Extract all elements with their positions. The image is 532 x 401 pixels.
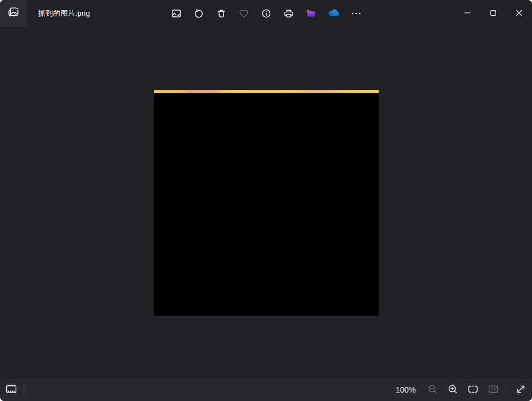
zoom-out-button[interactable] bbox=[422, 381, 443, 399]
zoom-in-button[interactable] bbox=[443, 381, 463, 399]
statusbar-divider-right bbox=[507, 384, 507, 396]
statusbar-right: 100% bbox=[395, 381, 532, 399]
photos-app-window: 抓到的图片.png bbox=[0, 0, 532, 401]
actual-size-button[interactable]: 1:1 bbox=[483, 381, 503, 399]
file-info-button[interactable] bbox=[255, 0, 278, 27]
photos-app-button[interactable] bbox=[0, 0, 27, 27]
onedrive-cloud-icon bbox=[328, 8, 340, 19]
delete-button[interactable] bbox=[210, 0, 233, 27]
maximize-icon bbox=[488, 7, 499, 20]
printer-icon bbox=[283, 8, 294, 19]
zoom-in-icon bbox=[447, 384, 458, 397]
edit-image-button[interactable] bbox=[165, 0, 188, 27]
photo-black-area bbox=[154, 93, 379, 316]
titlebar: 抓到的图片.png bbox=[0, 0, 532, 27]
image-viewer-canvas[interactable] bbox=[0, 27, 532, 379]
favorite-button[interactable] bbox=[233, 0, 255, 27]
maximize-button[interactable] bbox=[480, 0, 506, 27]
minimize-button[interactable] bbox=[454, 0, 480, 27]
fit-to-window-button[interactable] bbox=[463, 381, 483, 399]
fit-to-window-icon bbox=[467, 384, 479, 397]
statusbar-divider-left bbox=[24, 384, 24, 396]
rotate-button[interactable] bbox=[188, 0, 210, 27]
filmstrip-icon bbox=[5, 384, 17, 397]
clipchamp-icon bbox=[306, 8, 317, 19]
fullscreen-icon bbox=[515, 384, 526, 397]
actual-size-icon: 1:1 bbox=[488, 384, 499, 397]
fullscreen-button[interactable] bbox=[511, 381, 531, 399]
statusbar: 100% bbox=[0, 379, 532, 401]
ellipsis-icon bbox=[351, 8, 362, 19]
photo-image[interactable] bbox=[154, 90, 379, 316]
actual-size-text: 1:1 bbox=[490, 387, 495, 391]
see-more-button[interactable] bbox=[345, 0, 367, 27]
toolbar bbox=[165, 0, 367, 27]
trash-icon bbox=[216, 8, 227, 19]
window-title: 抓到的图片.png bbox=[38, 8, 90, 19]
statusbar-left bbox=[0, 381, 28, 399]
filmstrip-toggle-button[interactable] bbox=[2, 381, 20, 399]
print-button[interactable] bbox=[278, 0, 300, 27]
clipchamp-button[interactable] bbox=[300, 0, 322, 27]
zoom-level-label: 100% bbox=[395, 385, 416, 394]
caption-controls bbox=[454, 0, 532, 27]
heart-icon bbox=[238, 8, 249, 19]
info-icon bbox=[261, 8, 272, 19]
photos-app-icon bbox=[7, 6, 20, 21]
rotate-icon bbox=[193, 8, 204, 19]
close-button[interactable] bbox=[506, 0, 532, 27]
close-icon bbox=[513, 7, 525, 20]
zoom-out-icon bbox=[427, 384, 438, 397]
onedrive-button[interactable] bbox=[322, 0, 345, 27]
edit-image-icon bbox=[171, 8, 182, 19]
minimize-icon bbox=[462, 7, 473, 20]
